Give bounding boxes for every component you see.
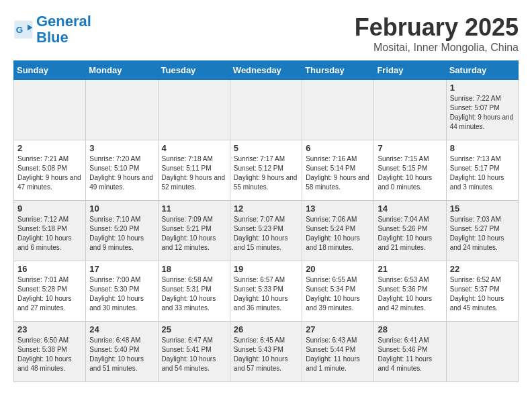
calendar-cell: 3Sunrise: 7:20 AM Sunset: 5:10 PM Daylig… — [86, 140, 158, 201]
calendar-cell: 26Sunrise: 6:45 AM Sunset: 5:43 PM Dayli… — [230, 322, 302, 382]
calendar-cell: 4Sunrise: 7:18 AM Sunset: 5:11 PM Daylig… — [158, 140, 230, 201]
calendar-cell: 15Sunrise: 7:03 AM Sunset: 5:27 PM Dayli… — [446, 201, 518, 261]
calendar-cell: 17Sunrise: 7:00 AM Sunset: 5:30 PM Dayli… — [86, 261, 158, 322]
day-number: 23 — [17, 324, 82, 334]
weekday-header-thursday: Thursday — [302, 61, 374, 80]
calendar-cell: 27Sunrise: 6:43 AM Sunset: 5:44 PM Dayli… — [302, 322, 374, 382]
day-info: Sunrise: 6:55 AM Sunset: 5:34 PM Dayligh… — [306, 275, 370, 313]
calendar-cell: 18Sunrise: 6:58 AM Sunset: 5:31 PM Dayli… — [158, 261, 230, 322]
day-number: 21 — [378, 264, 442, 274]
day-number: 11 — [162, 203, 226, 214]
day-number: 19 — [234, 264, 298, 274]
day-number: 25 — [162, 324, 226, 334]
day-number: 8 — [450, 143, 515, 153]
calendar-cell: 2Sunrise: 7:21 AM Sunset: 5:08 PM Daylig… — [14, 140, 86, 201]
day-info: Sunrise: 6:52 AM Sunset: 5:37 PM Dayligh… — [450, 275, 515, 313]
month-title: February 2025 — [355, 13, 519, 42]
day-number: 20 — [306, 264, 370, 274]
logo-line2: Blue — [36, 29, 69, 46]
day-number: 24 — [89, 324, 154, 334]
logo-icon: G — [13, 19, 34, 40]
calendar-cell: 24Sunrise: 6:48 AM Sunset: 5:40 PM Dayli… — [86, 322, 158, 382]
weekday-header-wednesday: Wednesday — [230, 61, 302, 80]
calendar-cell — [14, 80, 86, 140]
day-info: Sunrise: 7:13 AM Sunset: 5:17 PM Dayligh… — [450, 154, 515, 192]
weekday-header-friday: Friday — [374, 61, 446, 80]
calendar-cell — [374, 80, 446, 140]
day-info: Sunrise: 7:06 AM Sunset: 5:24 PM Dayligh… — [306, 215, 370, 253]
day-info: Sunrise: 6:48 AM Sunset: 5:40 PM Dayligh… — [89, 336, 154, 373]
day-number: 18 — [162, 264, 226, 274]
calendar-cell: 16Sunrise: 7:01 AM Sunset: 5:28 PM Dayli… — [14, 261, 86, 322]
day-info: Sunrise: 7:01 AM Sunset: 5:28 PM Dayligh… — [17, 275, 82, 313]
day-info: Sunrise: 7:04 AM Sunset: 5:26 PM Dayligh… — [378, 215, 442, 253]
weekday-header-sunday: Sunday — [14, 61, 86, 80]
day-number: 17 — [89, 264, 154, 274]
calendar-week-row: 23Sunrise: 6:50 AM Sunset: 5:38 PM Dayli… — [14, 322, 519, 382]
day-info: Sunrise: 6:58 AM Sunset: 5:31 PM Dayligh… — [162, 275, 226, 313]
calendar-cell: 28Sunrise: 6:41 AM Sunset: 5:46 PM Dayli… — [374, 322, 446, 382]
calendar-cell: 21Sunrise: 6:53 AM Sunset: 5:36 PM Dayli… — [374, 261, 446, 322]
day-number: 14 — [378, 203, 442, 214]
svg-text:G: G — [16, 25, 24, 35]
day-info: Sunrise: 6:47 AM Sunset: 5:41 PM Dayligh… — [162, 336, 226, 373]
day-info: Sunrise: 6:53 AM Sunset: 5:36 PM Dayligh… — [378, 275, 442, 313]
calendar-cell — [158, 80, 230, 140]
logo-text: General Blue — [36, 13, 91, 46]
calendar-cell: 12Sunrise: 7:07 AM Sunset: 5:23 PM Dayli… — [230, 201, 302, 261]
calendar-cell: 13Sunrise: 7:06 AM Sunset: 5:24 PM Dayli… — [302, 201, 374, 261]
day-info: Sunrise: 7:18 AM Sunset: 5:11 PM Dayligh… — [162, 154, 226, 192]
day-info: Sunrise: 7:15 AM Sunset: 5:15 PM Dayligh… — [378, 154, 442, 192]
day-info: Sunrise: 7:00 AM Sunset: 5:30 PM Dayligh… — [89, 275, 154, 313]
day-info: Sunrise: 7:16 AM Sunset: 5:14 PM Dayligh… — [306, 154, 370, 192]
calendar-cell: 5Sunrise: 7:17 AM Sunset: 5:12 PM Daylig… — [230, 140, 302, 201]
day-number: 3 — [89, 143, 154, 153]
day-number: 27 — [306, 324, 370, 334]
calendar-cell — [86, 80, 158, 140]
calendar-cell — [446, 322, 518, 382]
day-info: Sunrise: 7:21 AM Sunset: 5:08 PM Dayligh… — [17, 154, 82, 192]
calendar-cell: 1Sunrise: 7:22 AM Sunset: 5:07 PM Daylig… — [446, 80, 518, 140]
day-info: Sunrise: 6:43 AM Sunset: 5:44 PM Dayligh… — [306, 336, 370, 373]
weekday-header-row: SundayMondayTuesdayWednesdayThursdayFrid… — [14, 61, 519, 80]
day-info: Sunrise: 7:22 AM Sunset: 5:07 PM Dayligh… — [450, 94, 515, 132]
title-area: February 2025 Mositai, Inner Mongolia, C… — [355, 13, 519, 54]
day-info: Sunrise: 7:07 AM Sunset: 5:23 PM Dayligh… — [234, 215, 298, 253]
calendar-cell: 10Sunrise: 7:10 AM Sunset: 5:20 PM Dayli… — [86, 201, 158, 261]
calendar-cell: 11Sunrise: 7:09 AM Sunset: 5:21 PM Dayli… — [158, 201, 230, 261]
day-number: 12 — [234, 203, 298, 214]
day-number: 28 — [378, 324, 442, 334]
calendar-cell — [302, 80, 374, 140]
day-info: Sunrise: 6:41 AM Sunset: 5:46 PM Dayligh… — [378, 336, 442, 373]
day-number: 10 — [89, 203, 154, 214]
calendar-week-row: 1Sunrise: 7:22 AM Sunset: 5:07 PM Daylig… — [14, 80, 519, 140]
day-number: 22 — [450, 264, 515, 274]
day-info: Sunrise: 6:50 AM Sunset: 5:38 PM Dayligh… — [17, 336, 82, 373]
day-info: Sunrise: 6:45 AM Sunset: 5:43 PM Dayligh… — [234, 336, 298, 373]
logo: G General Blue — [13, 13, 91, 46]
weekday-header-tuesday: Tuesday — [158, 61, 230, 80]
day-info: Sunrise: 7:20 AM Sunset: 5:10 PM Dayligh… — [89, 154, 154, 192]
day-number: 6 — [306, 143, 370, 153]
day-info: Sunrise: 7:03 AM Sunset: 5:27 PM Dayligh… — [450, 215, 515, 253]
day-number: 4 — [162, 143, 226, 153]
weekday-header-saturday: Saturday — [446, 61, 518, 80]
day-number: 7 — [378, 143, 442, 153]
calendar-cell — [230, 80, 302, 140]
calendar-cell: 25Sunrise: 6:47 AM Sunset: 5:41 PM Dayli… — [158, 322, 230, 382]
weekday-header-monday: Monday — [86, 61, 158, 80]
day-number: 16 — [17, 264, 82, 274]
page-header: G General Blue February 2025 Mositai, In… — [13, 13, 519, 54]
calendar-week-row: 9Sunrise: 7:12 AM Sunset: 5:18 PM Daylig… — [14, 201, 519, 261]
calendar-cell: 14Sunrise: 7:04 AM Sunset: 5:26 PM Dayli… — [374, 201, 446, 261]
day-info: Sunrise: 6:57 AM Sunset: 5:33 PM Dayligh… — [234, 275, 298, 313]
day-number: 9 — [17, 203, 82, 214]
day-number: 5 — [234, 143, 298, 153]
day-number: 2 — [17, 143, 82, 153]
calendar-cell: 22Sunrise: 6:52 AM Sunset: 5:37 PM Dayli… — [446, 261, 518, 322]
calendar-cell: 7Sunrise: 7:15 AM Sunset: 5:15 PM Daylig… — [374, 140, 446, 201]
day-number: 15 — [450, 203, 515, 214]
location-title: Mositai, Inner Mongolia, China — [355, 42, 519, 54]
calendar-cell: 6Sunrise: 7:16 AM Sunset: 5:14 PM Daylig… — [302, 140, 374, 201]
calendar-cell: 19Sunrise: 6:57 AM Sunset: 5:33 PM Dayli… — [230, 261, 302, 322]
